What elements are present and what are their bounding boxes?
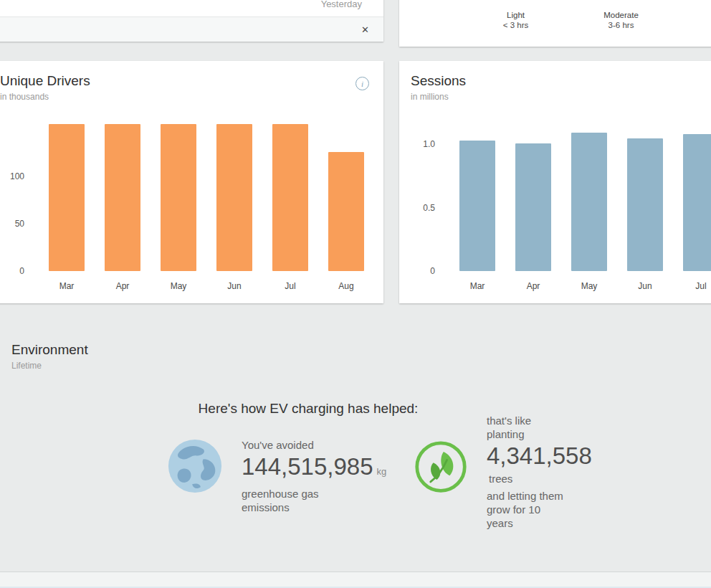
- emissions-unit: kg: [377, 466, 387, 477]
- legend-item-light: Light < 3 hrs: [485, 10, 546, 30]
- top-right-card: Light < 3 hrs Moderate 3-6 hrs: [399, 0, 711, 47]
- x-tick-label: May: [561, 281, 617, 291]
- notification-bar: ✕: [0, 17, 383, 42]
- x-tick-label: Apr: [505, 281, 561, 291]
- bar-mar[interactable]: [49, 124, 85, 271]
- x-tick-label: Jul: [673, 281, 711, 291]
- stat-caption: greenhouse gas emissions: [242, 487, 371, 514]
- bar-jul[interactable]: [272, 124, 308, 271]
- bar-jul[interactable]: [683, 134, 711, 271]
- bar-column: Mar: [39, 119, 95, 271]
- chart-subtitle: in thousands: [0, 92, 372, 103]
- y-tick-label: 0.5: [423, 203, 435, 213]
- trees-equivalent-stat: that's like planting 4,341,558 trees and…: [414, 414, 592, 530]
- dashboard-page: Yesterday ✕ Light < 3 hrs Moderate 3-6 h…: [0, 0, 711, 588]
- y-tick-label: 100: [10, 171, 24, 181]
- y-axis: 050100: [0, 119, 32, 271]
- globe-icon: [167, 438, 223, 514]
- y-tick-label: 1.0: [423, 139, 435, 149]
- x-tick-label: Aug: [318, 281, 374, 291]
- bar-column: Jul: [262, 119, 318, 271]
- stat-caption: and letting them grow for 10 years: [487, 489, 592, 530]
- x-tick-label: Mar: [39, 281, 95, 291]
- y-axis: 00.51.0: [411, 119, 442, 271]
- bar-column: Jul: [673, 119, 711, 271]
- y-tick-label: 0: [19, 266, 24, 276]
- y-tick-label: 0: [430, 266, 435, 276]
- plot-area: MarAprMayJunJul: [442, 119, 711, 271]
- bar-apr[interactable]: [105, 124, 140, 271]
- chart-body: 050100 MarAprMayJunJulAug: [0, 119, 372, 271]
- bar-may[interactable]: [571, 133, 607, 271]
- bar-column: Apr: [95, 119, 151, 271]
- x-tick-label: Mar: [449, 281, 505, 291]
- x-tick-label: Jun: [206, 281, 262, 291]
- stat-intro: You've avoided: [242, 438, 371, 452]
- bar-column: Apr: [505, 119, 561, 271]
- sessions-card: Sessions in millions 00.51.0 MarAprMayJu…: [399, 61, 711, 303]
- section-subtitle: Lifetime: [11, 361, 711, 371]
- section-title: Environment: [11, 342, 711, 358]
- top-left-card: Yesterday ✕: [0, 0, 383, 42]
- trees-value: 4,341,558: [487, 442, 592, 470]
- environment-stats: You've avoided 144,515,985kg greenhouse …: [0, 438, 711, 530]
- stat-intro: that's like planting: [487, 414, 592, 441]
- bar-column: Aug: [318, 119, 374, 271]
- emissions-avoided-value: 144,515,985kg: [242, 453, 371, 485]
- avoided-emissions-stat: You've avoided 144,515,985kg greenhouse …: [167, 438, 371, 514]
- x-tick-label: Jul: [262, 281, 318, 291]
- x-tick-label: Apr: [95, 281, 151, 291]
- legend-range: < 3 hrs: [485, 20, 546, 30]
- chart-subtitle: in millions: [411, 92, 711, 103]
- bar-aug[interactable]: [328, 152, 364, 271]
- plot-area: MarAprMayJunJulAug: [32, 119, 374, 271]
- environment-section: Environment Lifetime Here's how EV charg…: [0, 326, 711, 530]
- legend-label: Light: [485, 10, 546, 20]
- legend-label: Moderate: [587, 10, 655, 20]
- chart-title: Sessions: [411, 72, 711, 90]
- bar-column: Jun: [617, 119, 673, 271]
- bar-column: Mar: [449, 119, 505, 271]
- info-icon[interactable]: i: [356, 77, 369, 90]
- trees-unit-label: trees: [489, 473, 592, 485]
- bar-mar[interactable]: [459, 141, 495, 271]
- bar-column: Jun: [206, 119, 262, 271]
- bar-column: May: [561, 119, 617, 271]
- bar-jun[interactable]: [627, 138, 663, 272]
- close-icon[interactable]: ✕: [358, 22, 372, 37]
- unique-drivers-card: Unique Drivers in thousands i 050100 Mar…: [0, 61, 383, 303]
- chart-title: Unique Drivers: [0, 72, 372, 90]
- leaf-icon: [414, 440, 468, 530]
- y-tick-label: 50: [15, 219, 24, 229]
- x-tick-label: Jun: [617, 281, 673, 291]
- chart-body: 00.51.0 MarAprMayJunJul: [411, 119, 711, 271]
- legend-range: 3-6 hrs: [587, 20, 655, 30]
- period-label: Yesterday: [321, 0, 362, 9]
- footer-band: [0, 572, 711, 588]
- bar-apr[interactable]: [515, 143, 551, 271]
- bar-may[interactable]: [161, 124, 196, 271]
- bar-column: May: [151, 119, 206, 271]
- x-tick-label: May: [151, 281, 206, 291]
- bar-jun[interactable]: [216, 124, 252, 271]
- legend-item-moderate: Moderate 3-6 hrs: [587, 10, 655, 30]
